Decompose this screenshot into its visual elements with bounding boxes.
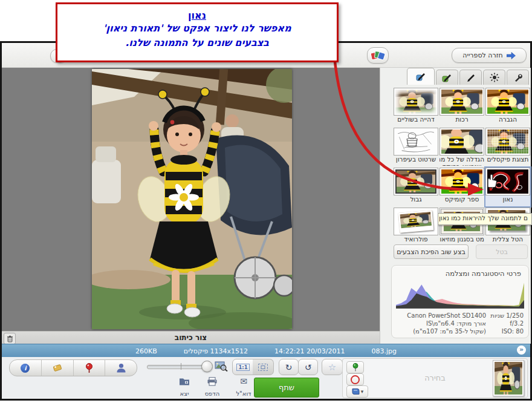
- collage-icon: [370, 50, 386, 61]
- rotate-ccw-icon: ↺: [305, 362, 312, 372]
- tab-strip: [406, 68, 529, 85]
- print-button[interactable]: הדפס: [201, 377, 223, 397]
- effect-boost[interactable]: הגברה: [485, 88, 530, 126]
- exposure-column: 1/250 שניות f/3.2 ISO: 80: [486, 312, 524, 335]
- neon-tooltip: ם לתמונה שלך להיראות כמו נאון: [438, 213, 532, 225]
- info-button[interactable]: i: [10, 360, 41, 376]
- image-dimensions: 1134x1512 פיקסלים: [184, 347, 248, 355]
- fit-to-window-button[interactable]: [253, 359, 274, 375]
- person-icon: [116, 363, 126, 373]
- hold-selection-button[interactable]: [346, 361, 364, 373]
- rotate-counterclockwise-button[interactable]: ↺: [298, 359, 318, 375]
- green-brush-icon: [442, 73, 452, 82]
- camera-model: Canon PowerShot SD1400: [397, 312, 486, 319]
- arrow-right-icon: [507, 52, 516, 59]
- shutter-speed: 1/250 שניות: [486, 312, 524, 319]
- file-size: 260KB: [135, 347, 157, 355]
- status-bar: 260KB 1134x1512 פיקסלים 14:22:21 20/03/2…: [2, 344, 530, 358]
- green-pushpin-icon: [352, 363, 359, 372]
- callout-line2: בצבעים שונים על התמונה שלנו.: [57, 36, 337, 50]
- app-window: חזרה לספרייה: [0, 41, 532, 401]
- info-icon: i: [21, 364, 30, 373]
- star-button[interactable]: ☆: [322, 359, 343, 375]
- histogram-baseline: [396, 308, 524, 309]
- effect-focal-zoom[interactable]: הגדלה של כל מה שנמצא במוקד: [440, 128, 484, 166]
- focal-length: אורך מוקד: 6.4מ"מ\IS: [397, 319, 486, 327]
- tab-effects-green[interactable]: [436, 70, 458, 85]
- effect-vignette[interactable]: דהייה בשוליים: [394, 88, 438, 126]
- undo-button: בטל: [476, 244, 528, 259]
- effect-soften[interactable]: רכות: [440, 88, 484, 126]
- tab-effects[interactable]: [459, 70, 482, 85]
- edit-panel: הגברה רכות דהייה בשוליים תצוגת פיקסלים ה…: [380, 68, 531, 344]
- add-to-album-button[interactable]: ▾: [346, 385, 368, 398]
- caption-bar: צור כיתוב: [2, 331, 380, 344]
- photo-meta-button-group: i: [9, 359, 137, 376]
- histogram-panel: פרטי היסטוגרמה ומצלמה 1/250 שניות f/3.2 …: [391, 265, 529, 338]
- main-photo: [92, 69, 292, 329]
- effect-polaroid[interactable]: פולרואיד: [394, 208, 438, 246]
- photo-zoom-icon[interactable]: [215, 361, 228, 372]
- wrench-icon: [513, 73, 523, 82]
- brush-icon: [466, 73, 476, 82]
- focal-equivalent: (שקול ל-35 מ"מ: 107מ"מ): [397, 327, 486, 335]
- folder-icon: [179, 377, 190, 385]
- selection-tray: ▾ בחירה: [342, 358, 528, 398]
- share-button[interactable]: שתף: [254, 378, 319, 398]
- histogram-title: פרטי היסטוגרמה ומצלמה: [446, 269, 521, 278]
- people-button[interactable]: [105, 360, 137, 376]
- star-icon: ☆: [328, 362, 336, 373]
- effect-comic-book[interactable]: ספר קומיקס: [440, 168, 484, 206]
- envelope-icon: ✉: [240, 377, 247, 385]
- effect-pencil-sketch[interactable]: שרטוט בעיפרון: [394, 128, 438, 166]
- rotate-clockwise-button[interactable]: ↻: [279, 359, 299, 375]
- actual-size-button[interactable]: 1:1: [232, 359, 254, 375]
- geotag-button[interactable]: [73, 360, 105, 376]
- datetime: 14:22:21 20/03/2011: [274, 347, 345, 355]
- histogram-chart: [396, 281, 524, 308]
- screenshot-stage: חזרה לספרייה: [0, 0, 532, 403]
- tab-effects-blue[interactable]: [407, 68, 435, 85]
- photo-canvas: [2, 68, 380, 331]
- fit-frame-icon: [258, 363, 268, 372]
- sun-icon: [490, 73, 499, 82]
- map-pin-icon: [85, 363, 93, 373]
- callout-title: נאון: [57, 10, 337, 21]
- callout-line1: מאפשר לנו ליצור אפקט של 'תאורת ניאון': [57, 21, 337, 36]
- camera-column: Canon PowerShot SD1400 אורך מוקד: 6.4מ"מ…: [397, 312, 486, 335]
- export-button[interactable]: יצא: [174, 377, 195, 397]
- annotation-callout: נאון מאפשר לנו ליצור אפקט של 'תאורת ניאו…: [56, 2, 339, 62]
- effect-neon[interactable]: נאון: [485, 168, 530, 206]
- create-caption-label[interactable]: צור כיתוב: [2, 333, 380, 342]
- printer-icon: [207, 377, 218, 386]
- dropdown-arrow-icon: ▾: [361, 388, 364, 395]
- collage-button[interactable]: [367, 47, 389, 64]
- tags-button[interactable]: [41, 360, 73, 376]
- expand-chevrons-icon[interactable]: »: [517, 346, 526, 355]
- tab-basic-fixes[interactable]: [507, 70, 529, 85]
- bottom-toolbar: i: [2, 357, 530, 399]
- aperture: f/3.2: [486, 319, 524, 327]
- back-to-library-label: חזרה לספרייה: [462, 51, 502, 59]
- rotate-cw-icon: ↻: [285, 362, 293, 372]
- blue-brush-icon: [416, 72, 426, 81]
- blue-book-icon: [351, 388, 360, 395]
- back-to-library-button[interactable]: חזרה לספרייה: [452, 48, 527, 63]
- filename: 083.jpg: [371, 347, 397, 355]
- iso: ISO: 80: [486, 327, 524, 335]
- zoom-slider-tick: [181, 363, 181, 370]
- tag-icon: [52, 364, 62, 372]
- selected-photo-thumbnail[interactable]: [493, 360, 524, 396]
- effect-border[interactable]: גבול: [394, 168, 438, 206]
- redo-button[interactable]: בצע שוב הפיכת הצבעים: [394, 244, 469, 259]
- email-button[interactable]: ✉ דוא"ל: [233, 377, 255, 397]
- camera-info: 1/250 שניות f/3.2 ISO: 80 Canon PowerSho…: [397, 312, 524, 335]
- effect-pixelate[interactable]: תצוגת פיקסלים: [485, 128, 530, 166]
- tab-tuning[interactable]: [483, 70, 505, 85]
- zoom-slider-handle[interactable]: [201, 361, 213, 372]
